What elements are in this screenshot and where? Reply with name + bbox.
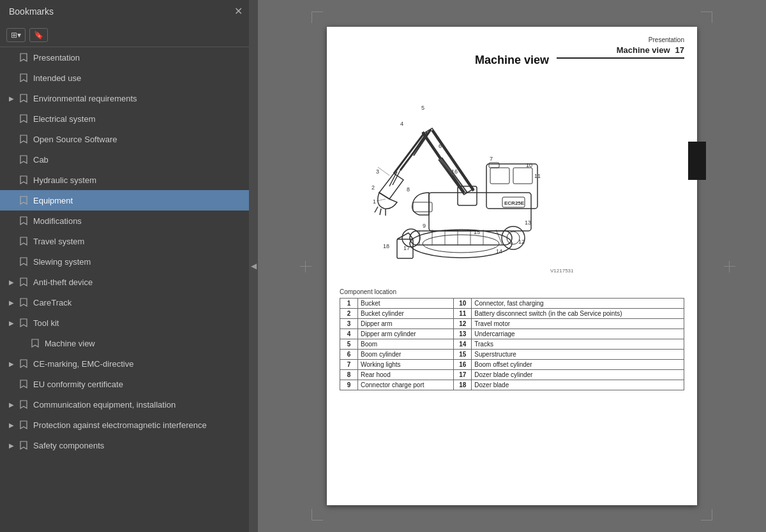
bookmark-icon <box>18 196 29 205</box>
bookmark-label: Machine view <box>45 339 244 348</box>
expand-arrow-icon: ▶ <box>6 299 17 306</box>
page-canvas: Presentation Machine view 17 Machine vie… <box>327 27 697 505</box>
expand-arrow-icon: ▶ <box>6 320 17 327</box>
crop-mark-top-right <box>702 6 717 22</box>
expand-arrow-icon: ▶ <box>6 360 17 367</box>
bookmark-icon <box>18 216 29 225</box>
component-num2: 18 <box>454 380 472 390</box>
svg-rect-13 <box>429 193 531 231</box>
svg-text:2: 2 <box>372 184 375 191</box>
bookmark-item-ce-marking[interactable]: ▶CE-marking, EMC-directive <box>0 353 249 374</box>
component-num2: 14 <box>454 339 472 350</box>
bookmark-icon: 🔖 <box>34 31 43 40</box>
component-name: Bucket <box>358 299 454 309</box>
svg-text:17: 17 <box>403 245 410 251</box>
bookmark-item-tool-kit[interactable]: ▶Tool kit <box>0 313 249 333</box>
expand-arrow-icon: ▶ <box>6 95 17 102</box>
component-name: Dipper arm cylinder <box>358 329 454 339</box>
bookmark-item-machine-view[interactable]: Machine view <box>0 333 249 353</box>
page-title: Machine view <box>327 54 697 67</box>
component-num: 5 <box>340 339 358 350</box>
component-table: Component location 1 Bucket 10 Connector… <box>340 288 684 390</box>
expand-all-button[interactable]: ⊞▾ <box>6 28 26 42</box>
bookmark-item-eu-conformity[interactable]: EU conformity certificate <box>0 374 249 394</box>
component-name: Boom <box>358 339 454 350</box>
component-name: Boom cylinder <box>358 350 454 360</box>
svg-rect-16 <box>513 168 532 184</box>
bookmark-label: CE-marking, EMC-directive <box>33 359 244 369</box>
svg-text:8: 8 <box>407 186 410 193</box>
component-num: 3 <box>340 319 358 329</box>
svg-line-28 <box>439 159 464 195</box>
bookmark-icon <box>18 257 29 266</box>
svg-line-21 <box>432 130 474 191</box>
expand-all-icon: ⊞▾ <box>11 31 21 40</box>
bookmark-icon <box>18 237 29 246</box>
svg-point-1 <box>423 235 499 253</box>
sidebar-toolbar: ⊞▾ 🔖 <box>0 23 249 47</box>
collapse-sidebar-handle[interactable]: ◀ <box>249 0 258 532</box>
svg-rect-18 <box>489 163 499 168</box>
component-num2: 15 <box>454 350 472 360</box>
svg-text:11: 11 <box>534 173 541 179</box>
bookmark-label: Environmental requirements <box>33 94 244 103</box>
bookmark-icon <box>18 135 29 144</box>
bookmark-icon <box>18 400 29 409</box>
bookmark-item-environmental[interactable]: ▶Environmental requirements <box>0 88 249 108</box>
expand-arrow-icon: ▶ <box>6 401 17 408</box>
bookmark-item-safety-components[interactable]: ▶Safety components <box>0 435 249 455</box>
bookmark-item-electrical[interactable]: Electrical system <box>0 108 249 129</box>
table-row: 3 Dipper arm 12 Travel motor <box>340 319 684 329</box>
component-name2: Travel motor <box>472 319 684 329</box>
bookmark-options-button[interactable]: 🔖 <box>29 28 48 42</box>
bookmark-item-hydraulic[interactable]: Hydraulic system <box>0 170 249 190</box>
bookmark-item-cab[interactable]: Cab <box>0 149 249 170</box>
bookmark-item-anti-theft[interactable]: ▶Anti-theft device <box>0 272 249 292</box>
close-button[interactable]: ✕ <box>234 6 243 17</box>
bookmark-list[interactable]: PresentationIntended use▶Environmental r… <box>0 47 249 532</box>
component-num: 2 <box>340 309 358 319</box>
bookmark-icon <box>18 73 29 82</box>
bookmark-icon <box>18 94 29 103</box>
bookmark-icon <box>18 318 29 327</box>
bookmark-item-emc-protection[interactable]: ▶Protection against electromagnetic inte… <box>0 415 249 435</box>
svg-text:ECR25E: ECR25E <box>504 200 525 206</box>
bookmark-label: Electrical system <box>33 114 244 124</box>
svg-text:16: 16 <box>451 168 458 175</box>
component-num2: 10 <box>454 299 472 309</box>
table-row: 8 Rear hood 17 Dozer blade cylinder <box>340 370 684 380</box>
bookmark-icon <box>18 420 29 429</box>
bookmark-label: Presentation <box>33 53 244 63</box>
bookmark-icon <box>18 441 29 450</box>
bookmark-item-travel[interactable]: Travel system <box>0 231 249 251</box>
svg-text:13: 13 <box>525 219 531 226</box>
table-row: 2 Bucket cylinder 11 Battery disconnect … <box>340 309 684 319</box>
table-row: 4 Dipper arm cylinder 13 Undercarriage <box>340 329 684 339</box>
bookmark-item-presentation[interactable]: Presentation <box>0 47 249 68</box>
component-name: Working lights <box>358 360 454 370</box>
bookmark-item-intended-use[interactable]: Intended use <box>0 68 249 88</box>
svg-text:1: 1 <box>373 198 376 205</box>
bookmark-label: CareTrack <box>33 298 244 307</box>
black-rect-handle <box>688 142 706 180</box>
component-num2: 11 <box>454 309 472 319</box>
component-name2: Boom offset cylinder <box>472 360 684 370</box>
machine-svg: 1 2 3 4 5 6 7 8 9 10 11 12 13 14 15 16 1… <box>340 71 684 282</box>
bookmark-label: Cab <box>33 155 244 165</box>
bookmark-label: Protection against electromagnetic inter… <box>33 420 244 430</box>
bookmark-label: Communication equipment, installation <box>33 400 244 410</box>
svg-text:V1217531: V1217531 <box>550 268 574 274</box>
bookmark-label: Intended use <box>33 73 244 83</box>
component-name2: Dozer blade cylinder <box>472 370 684 380</box>
bookmark-icon <box>18 380 29 388</box>
bookmark-item-modifications[interactable]: Modifications <box>0 211 249 231</box>
bookmark-label: Tool kit <box>33 318 244 328</box>
bookmark-item-caretrack[interactable]: ▶CareTrack <box>0 292 249 313</box>
bookmark-item-equipment[interactable]: Equipment <box>0 190 249 211</box>
bookmark-item-communication[interactable]: ▶Communication equipment, installation <box>0 394 249 415</box>
bookmark-item-slewing[interactable]: Slewing system <box>0 251 249 272</box>
table-row: 7 Working lights 16 Boom offset cylinder <box>340 360 684 370</box>
svg-text:18: 18 <box>383 243 389 249</box>
table-row: 1 Bucket 10 Connector, fast charging <box>340 299 684 309</box>
bookmark-item-open-source[interactable]: Open Source Software <box>0 129 249 149</box>
